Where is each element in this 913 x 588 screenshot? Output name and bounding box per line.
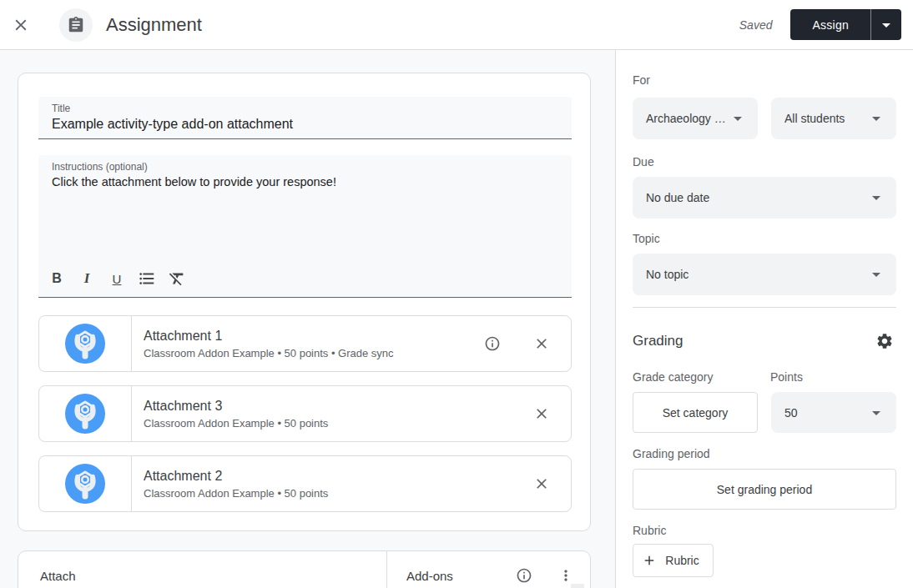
addon-app-icon bbox=[65, 464, 105, 504]
close-button[interactable] bbox=[4, 8, 38, 42]
close-icon bbox=[12, 16, 30, 34]
points-label: Points bbox=[770, 370, 803, 384]
assign-split-button: Assign bbox=[790, 9, 901, 40]
gear-icon bbox=[875, 332, 894, 350]
due-date-value: No due date bbox=[646, 191, 866, 204]
grade-category-label: Grade category bbox=[633, 370, 770, 384]
attachment-row[interactable]: Attachment 1 Classroom Addon Example • 5… bbox=[38, 315, 572, 372]
grading-period-label: Grading period bbox=[633, 447, 896, 460]
set-grading-period-button[interactable]: Set grading period bbox=[633, 469, 896, 510]
dropdown-arrow-icon bbox=[728, 108, 748, 128]
dropdown-arrow-icon bbox=[866, 188, 886, 208]
topic-select[interactable]: No topic bbox=[633, 254, 896, 295]
attachment-info-button[interactable] bbox=[480, 331, 505, 356]
info-icon bbox=[516, 567, 532, 584]
top-bar: Assignment Saved Assign bbox=[0, 0, 913, 50]
students-select[interactable]: All students bbox=[771, 98, 896, 139]
info-icon bbox=[484, 335, 501, 352]
bulleted-list-button[interactable] bbox=[134, 265, 160, 292]
instructions-field-label: Instructions (optional) bbox=[52, 161, 558, 173]
settings-sidebar: For Archaeology … All students Due No du… bbox=[616, 50, 913, 588]
clear-formatting-button[interactable] bbox=[164, 265, 190, 292]
addon-app-icon bbox=[65, 324, 105, 364]
set-category-button[interactable]: Set category bbox=[633, 392, 758, 433]
attachment-actions bbox=[529, 456, 571, 511]
due-date-select[interactable]: No due date bbox=[633, 177, 896, 219]
bulleted-list-icon bbox=[138, 269, 156, 288]
more-vert-icon bbox=[557, 567, 574, 584]
grading-header: Grading bbox=[633, 329, 896, 353]
attachment-row[interactable]: Attachment 3 Classroom Addon Example • 5… bbox=[38, 385, 572, 442]
assignment-editor: Assignment Saved Assign Title Example ac… bbox=[0, 0, 913, 588]
dropdown-arrow-icon bbox=[876, 15, 896, 35]
addons-section-label: Add-ons bbox=[406, 569, 453, 583]
plus-icon bbox=[642, 553, 657, 568]
attachment-icon-cell bbox=[39, 316, 132, 371]
bold-button[interactable]: B bbox=[43, 265, 70, 292]
assign-button[interactable]: Assign bbox=[790, 9, 871, 40]
italic-button[interactable]: I bbox=[73, 265, 100, 292]
attachment-title: Attachment 2 bbox=[144, 469, 529, 484]
students-select-value: All students bbox=[784, 112, 866, 125]
due-label: Due bbox=[633, 155, 896, 168]
title-field-label: Title bbox=[52, 103, 558, 114]
title-field-value[interactable]: Example activity-type add-on attachment bbox=[52, 117, 558, 132]
instructions-field[interactable]: Instructions (optional) Click the attach… bbox=[38, 155, 572, 298]
section-divider bbox=[633, 307, 896, 308]
points-value: 50 bbox=[784, 406, 866, 420]
attachment-title: Attachment 1 bbox=[144, 329, 480, 344]
attachment-icon-cell bbox=[39, 386, 132, 441]
topic-value: No topic bbox=[646, 268, 866, 281]
grading-title: Grading bbox=[633, 333, 683, 349]
partial-ui-fragment bbox=[571, 584, 584, 588]
dropdown-arrow-icon bbox=[866, 264, 886, 284]
attachment-actions bbox=[480, 316, 571, 371]
addons-info-button[interactable] bbox=[512, 563, 537, 588]
attachment-title: Attachment 3 bbox=[144, 399, 529, 414]
add-rubric-button[interactable]: Rubric bbox=[633, 544, 714, 577]
remove-attachment-button[interactable] bbox=[529, 471, 554, 496]
assignment-details-card: Title Example activity-type add-on attac… bbox=[18, 73, 591, 531]
course-select-value: Archaeology … bbox=[646, 112, 728, 125]
remove-attachment-button[interactable] bbox=[529, 401, 554, 426]
underline-button[interactable]: U bbox=[103, 265, 130, 292]
attachment-icon-cell bbox=[39, 456, 132, 511]
close-icon bbox=[533, 405, 550, 422]
attachment-row[interactable]: Attachment 2 Classroom Addon Example • 5… bbox=[38, 455, 572, 512]
add-rubric-label: Rubric bbox=[665, 554, 699, 567]
attach-section-label: Attach bbox=[40, 569, 76, 583]
points-select[interactable]: 50 bbox=[771, 392, 896, 433]
attachment-info: Attachment 1 Classroom Addon Example • 5… bbox=[132, 316, 480, 371]
course-select[interactable]: Archaeology … bbox=[633, 98, 758, 139]
editor-pane: Title Example activity-type add-on attac… bbox=[0, 50, 616, 588]
attachment-meta: Classroom Addon Example • 50 points • Gr… bbox=[144, 347, 480, 359]
close-icon bbox=[533, 335, 550, 352]
addon-app-icon bbox=[65, 394, 105, 434]
remove-attachment-button[interactable] bbox=[529, 331, 554, 356]
instructions-field-value[interactable]: Click the attachment below to provide yo… bbox=[52, 175, 558, 188]
formatting-toolbar: B I U bbox=[43, 260, 190, 297]
assignment-icon bbox=[67, 16, 85, 34]
title-field[interactable]: Title Example activity-type add-on attac… bbox=[38, 97, 572, 139]
page-title: Assignment bbox=[106, 14, 202, 36]
close-icon bbox=[533, 475, 550, 492]
attachment-info: Attachment 2 Classroom Addon Example • 5… bbox=[132, 456, 529, 511]
dropdown-arrow-icon bbox=[866, 108, 886, 128]
assign-dropdown-button[interactable] bbox=[871, 9, 901, 40]
topic-label: Topic bbox=[633, 232, 896, 245]
grading-settings-button[interactable] bbox=[873, 329, 896, 353]
dropdown-arrow-icon bbox=[866, 403, 886, 423]
assignment-type-badge bbox=[59, 8, 93, 42]
attachment-actions bbox=[529, 386, 571, 441]
rubric-label: Rubric bbox=[633, 524, 896, 537]
addons-section: Add-ons bbox=[386, 551, 590, 588]
for-label: For bbox=[633, 73, 896, 87]
clear-formatting-icon bbox=[168, 269, 186, 288]
attach-card: Attach Add-ons bbox=[18, 550, 591, 588]
attachment-meta: Classroom Addon Example • 50 points bbox=[144, 417, 529, 430]
attachment-meta: Classroom Addon Example • 50 points bbox=[144, 487, 529, 500]
attachment-info: Attachment 3 Classroom Addon Example • 5… bbox=[132, 386, 529, 441]
saved-status: Saved bbox=[739, 18, 773, 32]
